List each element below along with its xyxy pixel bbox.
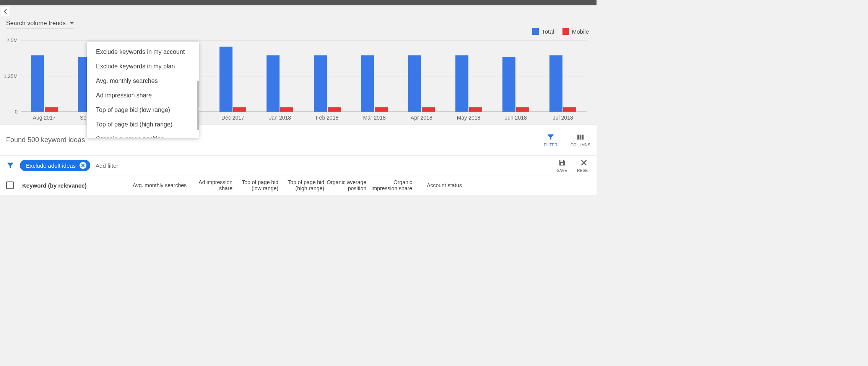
found-tools: FILTER COLUMNS [544,133,590,147]
bar-mobile [563,107,576,112]
filter-popup-item[interactable]: Organic average position [87,132,199,138]
svg-rect-0 [577,135,579,140]
bar-total [267,55,280,112]
chart-xtick-label: Jun 2018 [505,115,527,121]
bar-total [314,55,327,112]
bar-total [502,57,515,112]
chip-label: Exclude adult ideas [26,162,76,169]
bar-mobile [328,107,341,112]
trends-dropdown[interactable]: Search volume trends [6,18,74,29]
legend-mobile-swatch [562,28,569,35]
legend-mobile: Mobile [562,28,589,35]
found-text: Found 500 keyword ideas [6,136,85,144]
svg-rect-3 [560,160,563,162]
back-button[interactable] [1,7,10,16]
bar-mobile [233,107,246,112]
chart-ytick-label: 1.25M [4,73,18,79]
chart-legend: Total Mobile [532,28,589,35]
bar-total [361,55,374,112]
bar-mobile [469,107,482,112]
chart-xtick-label: Dec 2017 [221,115,244,121]
reset-label: RESET [577,168,590,173]
legend-total-label: Total [542,28,554,35]
chart-xtick-label: Jan 2018 [269,115,291,121]
bar-group: Apr 2018 [398,40,445,112]
legend-total: Total [532,28,554,35]
bar-total [455,55,468,112]
back-row [0,5,597,18]
save-button[interactable]: SAVE [557,159,567,173]
trends-label: Search volume trends [6,20,66,27]
chart-xtick-label: May 2018 [457,115,480,121]
bar-group: Jan 2018 [257,40,304,112]
chip-remove-button[interactable] [80,162,86,169]
close-icon [580,159,588,167]
col-keyword[interactable]: Keyword (by relevance) [22,182,114,189]
bar-mobile [280,107,293,112]
filter-popup-item[interactable]: Top of page bid (low range) [87,103,199,117]
chart-xtick-label: Mar 2018 [363,115,385,121]
filter-popup-item[interactable]: Exclude keywords in my account [87,45,199,59]
bar-group: Mar 2018 [351,40,398,112]
table-header-row: Keyword (by relevance) Avg. monthly sear… [0,175,597,195]
col-organic-impression[interactable]: Organic impression share [366,179,412,191]
chart-ytick-label: 2.5M [7,37,18,43]
filter-popup-item[interactable]: Top of page bid (high range) [87,117,199,132]
bar-total [549,55,562,112]
col-organic-position[interactable]: Organic average position [324,179,366,191]
chevron-left-icon [3,9,7,14]
filter-popup-item[interactable]: Avg. monthly searches [87,74,199,88]
close-icon [81,164,85,167]
chart-xtick-label: Jul 2018 [553,115,573,121]
filter-tool-button[interactable]: FILTER [544,133,558,147]
window-topstrip [0,0,597,5]
filter-tool-label: FILTER [544,143,558,147]
svg-rect-2 [582,135,584,140]
bar-total [31,55,44,112]
chart-xtick-label: Aug 2017 [33,115,56,121]
bar-group: Aug 2017 [21,40,68,112]
filter-chip-row: Exclude adult ideas Add filter SAVE RESE… [0,156,597,175]
bar-mobile [422,107,435,112]
col-account-status[interactable]: Account status [412,182,462,188]
col-bid-high[interactable]: Top of page bid (high range) [278,179,324,191]
columns-tool-label: COLUMNS [571,143,590,147]
legend-total-swatch [532,28,539,35]
svg-rect-1 [580,135,582,140]
chart-xtick-label: Feb 2018 [316,115,338,121]
col-avg-searches[interactable]: Avg. monthly searches [114,182,187,188]
bar-group: Feb 2018 [304,40,351,112]
filter-chip-exclude-adult[interactable]: Exclude adult ideas [20,160,90,171]
chart-xtick-label: Apr 2018 [411,115,432,121]
chevron-down-icon [70,22,74,25]
bar-group: May 2018 [445,40,492,112]
legend-mobile-label: Mobile [572,28,589,35]
filter-outline-icon [6,161,15,170]
save-label: SAVE [557,168,567,173]
chart-section: Search volume trends Total Mobile 01.25M… [0,18,597,124]
bar-mobile [516,107,529,112]
columns-icon [576,133,585,141]
filter-popup-item[interactable]: Ad impression share [87,88,199,103]
bar-total [219,47,232,112]
save-icon [558,159,566,167]
add-filter-popup: Exclude keywords in my accountExclude ke… [87,42,199,138]
bar-group: Jul 2018 [540,40,587,112]
columns-tool-button[interactable]: COLUMNS [571,133,590,147]
add-filter-link[interactable]: Add filter [96,162,118,169]
bar-mobile [45,107,58,112]
select-all-checkbox[interactable] [6,181,14,189]
filter-popup-item[interactable]: Exclude keywords in my plan [87,59,199,74]
bar-group: Dec 2017 [209,40,256,112]
bar-mobile [375,107,388,112]
col-bid-low[interactable]: Top of page bid (low range) [232,179,278,191]
chart-ytick-label: 0 [15,109,18,115]
filter-icon [546,133,555,141]
col-ad-impression[interactable]: Ad impression share [187,179,232,191]
bar-group: Jun 2018 [492,40,539,112]
svg-point-4 [561,163,563,165]
reset-button[interactable]: RESET [577,159,590,173]
chip-row-right: SAVE RESET [557,159,590,173]
bar-total [408,55,421,112]
